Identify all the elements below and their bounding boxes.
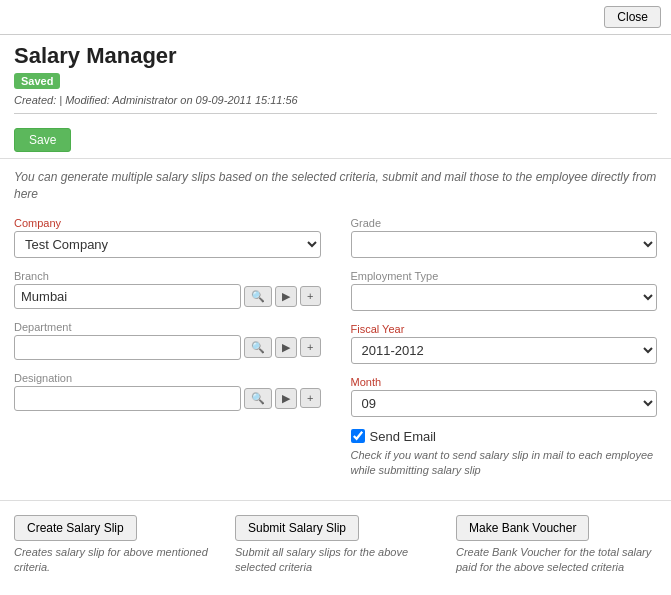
send-email-group: Send Email Check if you want to send sal… <box>351 429 658 479</box>
fiscal-year-label: Fiscal Year <box>351 323 658 335</box>
form-area: Company Test Company Branch 🔍 ▶ + Depart… <box>0 207 671 501</box>
close-button[interactable]: Close <box>604 6 661 28</box>
branch-arrow-icon[interactable]: ▶ <box>275 286 297 307</box>
header-section: Salary Manager Saved Created: | Modified… <box>0 35 671 124</box>
company-label: Company <box>14 217 321 229</box>
branch-group: Branch 🔍 ▶ + <box>14 270 321 309</box>
top-bar: Close <box>0 0 671 35</box>
page-title: Salary Manager <box>14 43 657 69</box>
description: You can generate multiple salary slips b… <box>0 159 671 207</box>
send-email-hint: Check if you want to send salary slip in… <box>351 448 658 479</box>
save-button[interactable]: Save <box>14 128 71 152</box>
department-arrow-icon[interactable]: ▶ <box>275 337 297 358</box>
company-group: Company Test Company <box>14 217 321 258</box>
employment-type-label: Employment Type <box>351 270 658 282</box>
grade-select[interactable] <box>351 231 658 258</box>
submit-salary-slip-button[interactable]: Submit Salary Slip <box>235 515 359 541</box>
grade-label: Grade <box>351 217 658 229</box>
submit-action-desc: Submit all salary slips for the above se… <box>235 545 436 575</box>
fiscal-year-select[interactable]: 2011-2012 <box>351 337 658 364</box>
fiscal-year-group: Fiscal Year 2011-2012 <box>351 323 658 364</box>
bank-action-desc: Create Bank Voucher for the total salary… <box>456 545 657 575</box>
designation-label: Designation <box>14 372 321 384</box>
create-salary-slip-button[interactable]: Create Salary Slip <box>14 515 137 541</box>
month-group: Month 09 <box>351 376 658 417</box>
designation-group: Designation 🔍 ▶ + <box>14 372 321 411</box>
designation-input[interactable] <box>14 386 241 411</box>
department-input[interactable] <box>14 335 241 360</box>
meta-info: Created: | Modified: Administrator on 09… <box>14 94 298 106</box>
create-action-desc: Creates salary slip for above mentioned … <box>14 545 215 575</box>
department-add-icon[interactable]: + <box>300 337 320 357</box>
department-search-icon[interactable]: 🔍 <box>244 337 272 358</box>
branch-input[interactable] <box>14 284 241 309</box>
bank-action-group: Make Bank Voucher Create Bank Voucher fo… <box>456 515 657 575</box>
month-select[interactable]: 09 <box>351 390 658 417</box>
branch-search-icon[interactable]: 🔍 <box>244 286 272 307</box>
branch-add-icon[interactable]: + <box>300 286 320 306</box>
save-bar: Save <box>0 124 671 159</box>
grade-group: Grade <box>351 217 658 258</box>
month-label: Month <box>351 376 658 388</box>
designation-arrow-icon[interactable]: ▶ <box>275 388 297 409</box>
form-right-col: Grade Employment Type Fiscal Year 2011-2… <box>351 217 658 491</box>
department-group: Department 🔍 ▶ + <box>14 321 321 360</box>
send-email-label: Send Email <box>370 429 436 444</box>
designation-search-icon[interactable]: 🔍 <box>244 388 272 409</box>
send-email-checkbox[interactable] <box>351 429 365 443</box>
department-label: Department <box>14 321 321 333</box>
make-bank-voucher-button[interactable]: Make Bank Voucher <box>456 515 589 541</box>
employment-type-group: Employment Type <box>351 270 658 311</box>
company-select[interactable]: Test Company <box>14 231 321 258</box>
branch-label: Branch <box>14 270 321 282</box>
create-action-group: Create Salary Slip Creates salary slip f… <box>14 515 215 575</box>
employment-type-select[interactable] <box>351 284 658 311</box>
saved-badge: Saved <box>14 73 60 89</box>
actions-area: Create Salary Slip Creates salary slip f… <box>0 500 671 589</box>
designation-add-icon[interactable]: + <box>300 388 320 408</box>
form-left-col: Company Test Company Branch 🔍 ▶ + Depart… <box>14 217 321 491</box>
submit-action-group: Submit Salary Slip Submit all salary sli… <box>235 515 436 575</box>
